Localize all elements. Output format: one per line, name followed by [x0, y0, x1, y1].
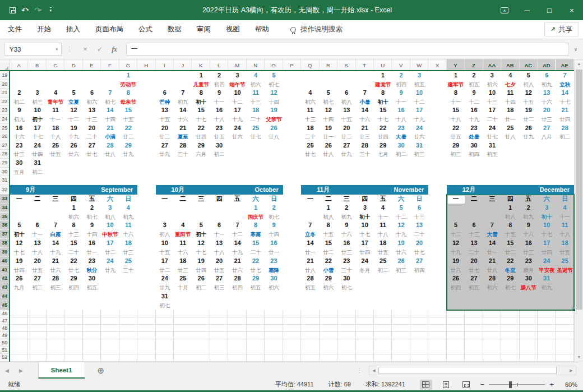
save-button[interactable] [8, 4, 17, 16]
date-cell[interactable]: 2 [520, 204, 538, 213]
empty-cell[interactable] [247, 292, 265, 301]
date-cell[interactable]: 14 [483, 239, 501, 248]
date-cell[interactable]: 5 [392, 204, 410, 213]
ribbon-tab-0[interactable]: 文件 [8, 25, 22, 34]
empty-cell[interactable] [228, 301, 246, 310]
date-cell[interactable]: 11 [374, 221, 392, 230]
lunar-cell[interactable]: 廿二 [320, 248, 337, 257]
lunar-cell[interactable]: 十五 [501, 230, 519, 239]
row-header-22[interactable]: 22 [0, 98, 9, 107]
date-cell[interactable]: 10 [356, 221, 374, 230]
date-cell[interactable]: 4 [374, 204, 392, 213]
lunar-cell[interactable]: 十二 [447, 230, 465, 239]
row-header-41[interactable]: 41 [0, 266, 9, 275]
zoom-slider[interactable] [489, 381, 545, 389]
lunar-cell[interactable]: 冬至 [501, 266, 519, 275]
lunar-cell[interactable]: 初三 [210, 283, 228, 292]
row-header-19[interactable]: 19 [0, 71, 9, 80]
lunar-cell[interactable]: 重阳节 [174, 230, 192, 239]
lunar-cell[interactable]: 十月 [174, 283, 192, 292]
date-cell[interactable]: 6 [465, 221, 483, 230]
empty-cell[interactable] [483, 204, 501, 213]
date-cell[interactable]: 30 [337, 274, 355, 283]
page-break-view-button[interactable] [460, 380, 473, 390]
lunar-cell[interactable]: 国庆节 [247, 213, 265, 222]
date-cell[interactable]: 8 [320, 221, 337, 230]
date-cell[interactable]: 26 [447, 274, 465, 283]
row-header-30[interactable]: 30 [0, 168, 9, 177]
lunar-cell[interactable]: 廿五 [374, 248, 392, 257]
empty-cell[interactable] [447, 204, 465, 213]
lunar-cell[interactable]: 廿五 [556, 248, 573, 257]
weekday-cell[interactable]: 四 [356, 195, 374, 204]
row-header-45[interactable]: 45 [0, 301, 9, 310]
lunar-cell[interactable]: 初六 [320, 283, 337, 292]
date-cell[interactable]: 18 [374, 239, 392, 248]
empty-cell[interactable] [392, 283, 410, 292]
weekday-cell[interactable]: 六 [247, 195, 265, 204]
ribbon-tab-7[interactable]: 视图 [226, 25, 240, 34]
lunar-cell[interactable]: 廿六 [447, 266, 465, 275]
date-cell[interactable]: 10 [101, 221, 119, 230]
formula-bar-expand-button[interactable]: ∨ [568, 47, 583, 52]
zoom-out-button[interactable]: − [480, 380, 485, 389]
date-cell[interactable]: 4 [174, 221, 192, 230]
lunar-cell[interactable]: 初九 [538, 283, 556, 292]
lunar-cell[interactable]: 初六 [64, 213, 82, 222]
date-cell[interactable]: 1 [501, 204, 519, 213]
date-cell[interactable]: 28 [228, 274, 246, 283]
select-all-corner[interactable] [0, 59, 10, 71]
lunar-cell[interactable]: 十九 [47, 248, 64, 257]
row-header-29[interactable]: 29 [0, 159, 9, 168]
scroll-left-icon[interactable]: ◀ [369, 368, 378, 373]
date-cell[interactable]: 22 [64, 257, 82, 266]
lunar-cell[interactable]: 廿五 [28, 266, 46, 275]
date-cell[interactable]: 28 [47, 274, 64, 283]
zoom-percentage[interactable]: 60% [558, 381, 577, 388]
empty-cell[interactable] [28, 204, 46, 213]
date-cell[interactable]: 12 [447, 239, 465, 248]
row-header-23[interactable]: 23 [0, 106, 9, 115]
empty-cell[interactable] [465, 204, 483, 213]
date-cell[interactable]: 15 [64, 239, 82, 248]
row-header-38[interactable]: 38 [0, 239, 9, 248]
lunar-cell[interactable]: 十三 [410, 213, 428, 222]
date-cell[interactable]: 6 [210, 221, 228, 230]
date-cell[interactable]: 22 [501, 257, 519, 266]
weekday-cell[interactable]: 二 [320, 195, 337, 204]
lunar-cell[interactable]: 廿七 [465, 266, 483, 275]
date-cell[interactable]: 2 [265, 204, 283, 213]
lunar-cell[interactable]: 十六 [119, 230, 137, 239]
weekday-cell[interactable]: 一 [447, 195, 465, 204]
weekday-cell[interactable]: 四 [210, 195, 228, 204]
weekday-cell[interactable]: 四 [64, 195, 82, 204]
empty-cell[interactable] [210, 204, 228, 213]
scroll-up-icon[interactable]: ▲ [575, 59, 583, 68]
lunar-cell[interactable]: 廿一 [301, 248, 319, 257]
date-cell[interactable]: 26 [392, 257, 410, 266]
weekday-cell[interactable]: 一 [156, 195, 174, 204]
lunar-cell[interactable]: 初十 [10, 230, 28, 239]
weekday-cell[interactable]: 六 [538, 195, 556, 204]
lunar-cell[interactable]: 十四 [83, 230, 101, 239]
weekday-cell[interactable]: 日 [265, 195, 283, 204]
weekday-cell[interactable]: 二 [465, 195, 483, 204]
row-header-52[interactable]: 52 [0, 354, 9, 361]
empty-cell[interactable] [174, 301, 192, 310]
date-cell[interactable]: 4 [119, 204, 137, 213]
lunar-cell[interactable]: 十九 [447, 248, 465, 257]
customize-qat-button[interactable]: ▾ [46, 4, 54, 16]
weekday-cell[interactable]: 二 [28, 195, 46, 204]
lunar-cell[interactable]: 初七 [337, 283, 355, 292]
empty-cell[interactable] [374, 283, 392, 292]
empty-cell[interactable] [356, 283, 374, 292]
date-cell[interactable]: 17 [156, 257, 174, 266]
lunar-cell[interactable]: 廿三 [174, 266, 192, 275]
lunar-cell[interactable]: 十四 [265, 230, 283, 239]
date-cell[interactable]: 1 [320, 204, 337, 213]
ribbon-tab-2[interactable]: 插入 [66, 25, 80, 34]
lunar-cell[interactable]: 廿五 [210, 266, 228, 275]
ribbon-tab-1[interactable]: 开始 [37, 25, 51, 34]
lunar-cell[interactable]: 廿六 [47, 266, 64, 275]
lunar-cell[interactable]: 霜降 [265, 266, 283, 275]
